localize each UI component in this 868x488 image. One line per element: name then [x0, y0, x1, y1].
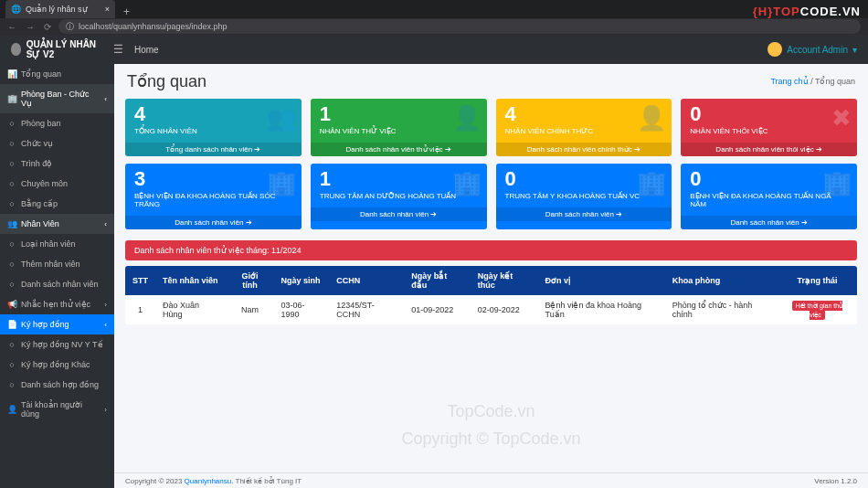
card-link[interactable]: Danh sách nhân viên ➔	[311, 207, 487, 221]
chevron-icon: ‹	[104, 95, 107, 103]
card-icon: 👤	[452, 104, 482, 133]
column-header: STT	[125, 266, 155, 295]
reload-icon[interactable]: ⟳	[44, 22, 51, 32]
stat-label: NHÂN VIÊN THÔI VIỆC	[690, 127, 848, 135]
sidebar-item[interactable]: ○Ký hợp đồng Khác	[0, 355, 114, 375]
chevron-down-icon: ▾	[852, 45, 857, 55]
column-header: CCHN	[329, 266, 404, 295]
watermark: Copyright © TopCode.vn	[401, 430, 580, 449]
menu-toggle-icon[interactable]: ☰	[113, 43, 123, 56]
new-tab-button[interactable]: +	[119, 5, 134, 18]
sidebar-item[interactable]: ○Trình độ	[0, 154, 114, 174]
stat-card: 🏢3BỆNH VIỆN ĐA KHOA HOÀNG TUẤN SÓC TRĂNG…	[125, 164, 302, 229]
stat-card: 👤4NHÂN VIÊN CHÍNH THỨCDanh sách nhân viê…	[496, 99, 672, 156]
browser-tab[interactable]: 🌐 Quản lý nhân sự ×	[5, 0, 115, 18]
nav-icon: ○	[7, 239, 16, 249]
watermark: TopCode.vn	[447, 402, 535, 421]
url-text: localhost/quanlynhansu/pages/index.php	[79, 22, 228, 31]
column-header: Ngày kết thúc	[471, 266, 538, 295]
stat-card: 👥4TỔNG NHÂN VIÊNTổng danh sách nhân viên…	[125, 99, 302, 156]
card-link[interactable]: Danh sách nhân viên thôi việc ➔	[681, 143, 857, 156]
employee-table: STTTên nhân viênGiới tínhNgày sinhCCHNNg…	[125, 266, 857, 324]
sidebar-item[interactable]: 📊Tổng quan	[0, 64, 114, 84]
card-icon: 👤	[637, 104, 666, 133]
nav-icon: ○	[7, 380, 16, 389]
stat-card: 🏢0TRUNG TÂM Y KHOA HOÀNG TUẤN VCDanh sác…	[496, 164, 672, 229]
card-icon: ✖	[831, 104, 852, 133]
breadcrumb-home[interactable]: Trang chủ	[770, 77, 808, 86]
nav-icon: 📢	[7, 300, 16, 309]
column-header: Ngày bắt đầu	[404, 266, 470, 295]
nav-icon: ○	[7, 360, 16, 369]
card-icon: 🏢	[637, 169, 666, 197]
sidebar-item[interactable]: 🏢Phòng Ban - Chức Vụ‹	[0, 84, 114, 113]
card-icon: 🏢	[267, 169, 296, 197]
stat-card: ✖0NHÂN VIÊN THÔI VIỆCDanh sách nhân viên…	[681, 99, 857, 156]
card-icon: 🏢	[452, 169, 482, 197]
stat-card: 👤1NHÂN VIÊN THỬ VIỆCDanh sách nhân viên …	[311, 99, 487, 156]
column-header: Ngày sinh	[274, 266, 330, 295]
info-icon: ⓘ	[66, 21, 74, 33]
nav-icon: 👥	[7, 219, 16, 228]
forward-icon[interactable]: →	[26, 22, 35, 32]
close-icon[interactable]: ×	[105, 5, 110, 14]
sidebar-item[interactable]: ○Phòng ban	[0, 113, 114, 133]
card-icon: 🏢	[822, 169, 852, 197]
page-title: Tổng quan	[127, 71, 206, 91]
card-link[interactable]: Danh sách nhân viên ➔	[681, 216, 857, 229]
column-header: Giới tính	[227, 266, 274, 295]
stat-card: 🏢0BỆNH VIỆN ĐA KHOA HOÀNG TUẤN NGÃ NĂMDa…	[681, 164, 857, 229]
alert-banner: Danh sách nhân viên thử việc tháng: 11/2…	[125, 240, 857, 260]
card-link[interactable]: Danh sách nhân viên ➔	[496, 207, 672, 221]
column-header: Đơn vị	[537, 266, 664, 295]
sidebar-item[interactable]: ○Chuyên môn	[0, 174, 114, 194]
sidebar-item[interactable]: ○Ký hợp đồng NV Y Tế	[0, 334, 114, 355]
avatar	[767, 42, 782, 57]
sidebar-item[interactable]: 📢Nhắc hẹn thử việc›	[0, 294, 114, 314]
card-link[interactable]: Danh sách nhân viên thử việc ➔	[311, 143, 487, 156]
main-content: Tổng quan Trang chủ / Tổng quan 👥4TỔNG N…	[114, 64, 868, 488]
card-link[interactable]: Tổng danh sách nhân viên ➔	[125, 143, 302, 156]
column-header: Tên nhân viên	[155, 266, 227, 295]
sidebar-item[interactable]: 📄Ký hợp đồng‹	[0, 314, 114, 334]
breadcrumb: Trang chủ / Tổng quan	[770, 77, 855, 86]
sidebar-item[interactable]: ○Danh sách nhân viên	[0, 274, 114, 294]
sidebar-item[interactable]: ○Bằng cấp	[0, 194, 114, 214]
sidebar-item[interactable]: 👤Tài khoản người dùng›	[0, 395, 114, 424]
tab-title: Quản lý nhân sự	[26, 5, 88, 14]
back-icon[interactable]: ←	[7, 22, 16, 32]
footer-link[interactable]: Quanlynhansu	[185, 477, 232, 485]
sidebar-item[interactable]: ○Chức vụ	[0, 133, 114, 154]
nav-icon: ○	[7, 139, 16, 148]
nav-icon: ○	[7, 199, 16, 208]
sidebar-item[interactable]: ○Danh sách hợp đồng	[0, 375, 114, 395]
brand[interactable]: QUẢN LÝ NHÂN SỰ V2	[11, 39, 102, 59]
nav-icon: ○	[7, 280, 16, 289]
browser-chrome: 🌐 Quản lý nhân sự × + {H}TOPCODE.VN ← → …	[0, 0, 868, 35]
watermark-logo: {H}TOPCODE.VN	[753, 5, 861, 18]
card-link[interactable]: Danh sách nhân viên chính thức ➔	[496, 143, 672, 156]
card-link[interactable]: Danh sách nhân viên ➔	[125, 216, 302, 229]
sidebar-item[interactable]: ○Thêm nhân viên	[0, 254, 114, 274]
nav-home[interactable]: Home	[134, 45, 159, 55]
nav-icon: 🏢	[7, 94, 16, 103]
nav-icon: ○	[7, 260, 16, 269]
sidebar-item[interactable]: 👥Nhân Viên‹	[0, 214, 114, 234]
nav-icon: ○	[7, 159, 16, 168]
chevron-icon: ‹	[104, 321, 107, 329]
account-menu[interactable]: Account Admin ▾	[767, 42, 857, 57]
app-topbar: QUẢN LÝ NHÂN SỰ V2 ☰ Home Account Admin …	[0, 35, 868, 64]
status-badge: Hết thời gian thử việc	[792, 301, 842, 320]
nav-icon: ○	[7, 179, 16, 188]
nav-icon: 📊	[7, 69, 16, 79]
nav-icon: 👤	[7, 405, 16, 414]
table-row[interactable]: 1Đào Xuân HùngNam03-06-199012345/ST-CCHN…	[125, 295, 857, 324]
sidebar-item[interactable]: ○Loại nhân viên	[0, 234, 114, 254]
chevron-icon: ›	[104, 406, 107, 414]
stat-value: 0	[690, 104, 848, 124]
address-bar[interactable]: ⓘ localhost/quanlynhansu/pages/index.php	[58, 19, 861, 34]
sidebar: 📊Tổng quan🏢Phòng Ban - Chức Vụ‹○Phòng ba…	[0, 64, 114, 488]
chevron-icon: ›	[104, 301, 107, 309]
nav-icon: 📄	[7, 320, 16, 329]
footer: Copyright © 2023 Quanlynhansu. Thiết kế …	[114, 472, 868, 488]
